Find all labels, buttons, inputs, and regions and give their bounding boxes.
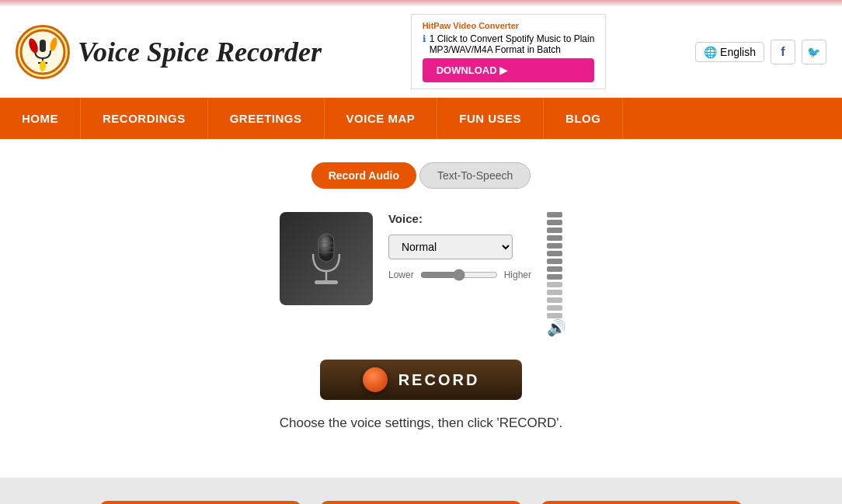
feature-card-voice-map-world: 🌍Voice Map of The WorldMore: [541, 501, 743, 504]
meter-bar-5: [547, 251, 562, 256]
record-label: RECORD: [398, 371, 480, 389]
header: Voice Spice Recorder HitPaw Video Conver…: [0, 6, 842, 98]
record-circle-icon: [363, 367, 388, 392]
logo-area: Voice Spice Recorder: [16, 25, 322, 79]
meter-bars: [547, 212, 562, 318]
twitter-button[interactable]: 🐦: [802, 40, 826, 64]
meter-bar-3: [547, 235, 562, 241]
pitch-higher-label: Higher: [504, 269, 531, 280]
meter-bar-6: [547, 259, 562, 264]
logo-icon: [16, 25, 70, 79]
header-right: 🌐 English f 🐦: [695, 40, 826, 64]
pitch-lower-label: Lower: [388, 269, 414, 280]
ad-info-icon: ℹ: [423, 33, 426, 44]
meter-bar-9: [547, 282, 562, 287]
logo-text: Voice Spice Recorder: [78, 36, 322, 68]
record-btn-row: RECORD: [16, 360, 826, 400]
nav-bar: HOMERECORDINGSGREETINGSVOICE MAPFUN USES…: [0, 98, 842, 139]
meter-bar-12: [547, 305, 562, 311]
ad-download-button[interactable]: DOWNLOAD ▶: [423, 58, 595, 82]
meter-bar-10: [547, 290, 562, 295]
nav-item-voice-map[interactable]: VOICE MAP: [325, 98, 438, 139]
feature-card-greeting-card: 🎄Create a Custom Greeting CardMore: [320, 501, 522, 504]
meter-bar-0: [547, 212, 562, 217]
feature-card-voice-tag: 🎤Play a Game of "Voice Tag"More: [99, 501, 301, 504]
meter-bar-7: [547, 266, 562, 272]
ad-banner: HitPaw Video Converter ℹ 1 Click to Conv…: [411, 14, 607, 89]
nav-item-blog[interactable]: BLOG: [544, 98, 623, 139]
svg-rect-1: [40, 40, 46, 52]
ad-line2: MP3/WAV/M4A Format in Batch: [430, 44, 595, 55]
meter-bar-13: [547, 313, 562, 318]
ad-brand: HitPaw Video Converter: [423, 21, 595, 30]
meter-bar-11: [547, 297, 562, 303]
meter-bar-1: [547, 220, 562, 225]
bottom-section: 🎤Play a Game of "Voice Tag"More🎄Create a…: [0, 478, 842, 504]
instruction-text: Choose the voice settings, then click 'R…: [16, 415, 826, 431]
ad-line1: 1 Click to Convert Spotify Music to Plai…: [430, 33, 595, 44]
nav-item-greetings[interactable]: GREETINGS: [208, 98, 325, 139]
nav-item-home[interactable]: HOME: [0, 98, 81, 139]
top-bar: [0, 0, 842, 6]
recorder-wrapper: Voice: NormalDeepHighRobotEcho Lower Hig…: [16, 212, 826, 344]
voice-controls: Voice: NormalDeepHighRobotEcho Lower Hig…: [388, 212, 531, 281]
tabs-row: Record Audio Text-To-Speech: [16, 162, 826, 189]
voice-select[interactable]: NormalDeepHighRobotEcho: [388, 235, 513, 259]
svg-rect-12: [315, 280, 338, 284]
twitter-icon: 🐦: [807, 46, 820, 58]
recorder-area: Voice: NormalDeepHighRobotEcho Lower Hig…: [280, 212, 562, 321]
ad-lines: ℹ 1 Click to Convert Spotify Music to Pl…: [423, 33, 595, 55]
tab-text-to-speech[interactable]: Text-To-Speech: [419, 162, 531, 189]
language-button[interactable]: 🌐 English: [695, 42, 764, 62]
meter-bar-4: [547, 243, 562, 249]
facebook-icon: f: [781, 45, 785, 59]
mic-box: [280, 212, 373, 305]
pitch-row: Lower Higher: [388, 269, 531, 281]
pitch-slider[interactable]: [420, 269, 498, 281]
meter-bar-2: [547, 228, 562, 233]
volume-meter: 🔊: [547, 212, 562, 321]
meter-bar-8: [547, 274, 562, 280]
nav-item-recordings[interactable]: RECORDINGS: [81, 98, 208, 139]
volume-icon: 🔊: [547, 318, 562, 337]
facebook-button[interactable]: f: [771, 40, 795, 64]
globe-icon: 🌐: [704, 46, 717, 58]
record-button[interactable]: RECORD: [320, 360, 522, 400]
nav-item-fun-uses[interactable]: FUN USES: [437, 98, 544, 139]
language-label: English: [720, 46, 756, 58]
tab-record-audio[interactable]: Record Audio: [311, 162, 416, 189]
voice-label: Voice:: [388, 212, 531, 225]
main-content: Record Audio Text-To-Speech: [0, 139, 842, 478]
